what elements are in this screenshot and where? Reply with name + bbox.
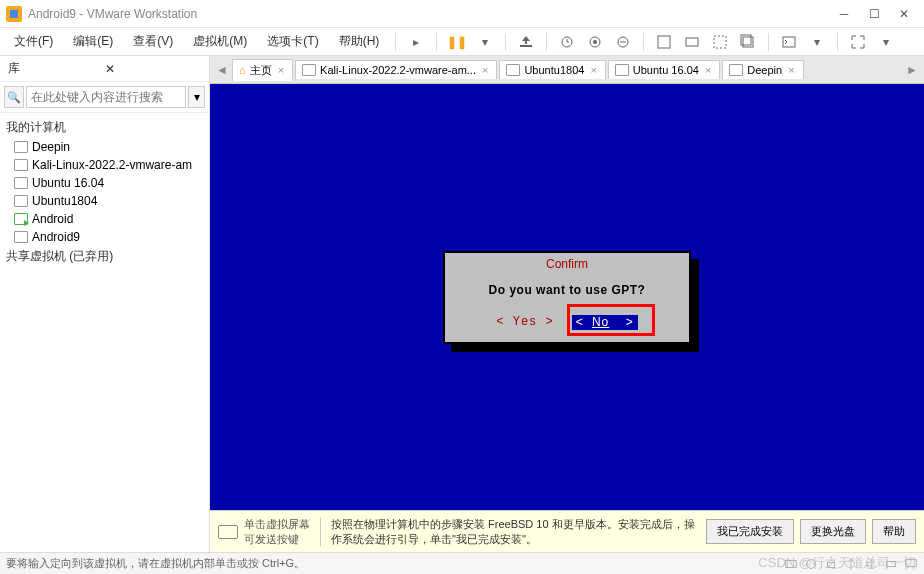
pause-button[interactable]: ❚❚	[445, 30, 469, 54]
install-hint-bar: 单击虚拟屏幕可发送按键 按照在物理计算机中的步骤安装 FreeBSD 10 和更…	[210, 510, 924, 552]
toolbar-separator	[643, 33, 644, 51]
snapshot-manage-icon[interactable]	[583, 30, 607, 54]
svg-rect-13	[828, 562, 835, 567]
tree-label: Android9	[32, 230, 80, 244]
tree-label: Ubuntu1804	[32, 194, 97, 208]
play-button[interactable]: ▸	[404, 30, 428, 54]
maximize-button[interactable]: ☐	[860, 4, 888, 24]
tree-label: Kali-Linux-2022.2-vmware-am	[32, 158, 192, 172]
tree-label: Deepin	[32, 140, 70, 154]
vm-icon	[14, 195, 28, 207]
svg-rect-7	[714, 36, 726, 48]
tab-home[interactable]: ⌂主页×	[232, 59, 293, 81]
tab-ubuntu1804[interactable]: Ubuntu1804×	[499, 60, 605, 79]
dropdown-console[interactable]: ▾	[805, 30, 829, 54]
tab-label: Deepin	[747, 64, 782, 76]
tab-close-button[interactable]: ×	[276, 64, 286, 76]
vm-icon	[615, 64, 629, 76]
tab-close-button[interactable]: ×	[786, 64, 796, 76]
search-icon[interactable]: 🔍	[4, 86, 24, 108]
tab-label: Ubuntu1804	[524, 64, 584, 76]
tabbar: ◄ ⌂主页× Kali-Linux-2022.2-vmware-am...× U…	[210, 56, 924, 84]
menu-vm[interactable]: 虚拟机(M)	[185, 29, 255, 54]
hint-main-text: 按照在物理计算机中的步骤安装 FreeBSD 10 和更早版本。安装完成后，操作…	[320, 517, 696, 546]
done-install-button[interactable]: 我已完成安装	[706, 519, 794, 544]
tab-label: 主页	[250, 63, 272, 78]
minimize-button[interactable]: ─	[830, 4, 858, 24]
toolbar-separator	[505, 33, 506, 51]
menu-file[interactable]: 文件(F)	[6, 29, 61, 54]
tab-ubuntu1604[interactable]: Ubuntu 16.04×	[608, 60, 721, 79]
confirm-dialog: Confirm Do you want to use GPT? < Yes > …	[443, 251, 691, 344]
svg-rect-6	[686, 38, 698, 46]
search-input[interactable]	[26, 86, 186, 108]
hint-click-prompt: 单击虚拟屏幕可发送按键	[218, 517, 310, 546]
tree-item-android[interactable]: Android	[2, 210, 207, 228]
tab-close-button[interactable]: ×	[703, 64, 713, 76]
menu-help[interactable]: 帮助(H)	[331, 29, 388, 54]
vm-icon	[14, 141, 28, 153]
tab-label: Ubuntu 16.04	[633, 64, 699, 76]
svg-point-12	[807, 559, 816, 568]
svg-rect-10	[783, 37, 795, 47]
view-unity-icon[interactable]	[736, 30, 760, 54]
view-thumb-icon[interactable]	[680, 30, 704, 54]
titlebar: Android9 - VMware Workstation ─ ☐ ✕	[0, 0, 924, 28]
tree-item-kali[interactable]: Kali-Linux-2022.2-vmware-am	[2, 156, 207, 174]
display-icon	[904, 557, 918, 571]
menu-tabs[interactable]: 选项卡(T)	[259, 29, 326, 54]
svg-point-3	[593, 40, 597, 44]
tabs-next-button[interactable]: ►	[904, 63, 920, 77]
tree-item-deepin[interactable]: Deepin	[2, 138, 207, 156]
toolbar-separator	[768, 33, 769, 51]
tree-item-ubuntu1804[interactable]: Ubuntu1804	[2, 192, 207, 210]
window-title: Android9 - VMware Workstation	[28, 7, 830, 21]
tabs-prev-button[interactable]: ◄	[214, 63, 230, 77]
tree-shared[interactable]: 共享虚拟机 (已弃用)	[2, 246, 207, 267]
statusbar: 要将输入定向到该虚拟机，请在虚拟机内部单击或按 Ctrl+G。	[0, 552, 924, 574]
fullscreen-icon[interactable]	[846, 30, 870, 54]
dropdown-button[interactable]: ▾	[473, 30, 497, 54]
hint-click-text: 单击虚拟屏幕可发送按键	[244, 517, 310, 546]
help-button[interactable]: 帮助	[872, 519, 916, 544]
search-dropdown-button[interactable]: ▾	[188, 86, 205, 108]
tab-close-button[interactable]: ×	[588, 64, 598, 76]
menu-view[interactable]: 查看(V)	[125, 29, 181, 54]
sidebar-close-button[interactable]: ✕	[101, 62, 202, 76]
printer-icon	[884, 557, 898, 571]
tree-item-android9[interactable]: Android9	[2, 228, 207, 246]
view-stretch-icon[interactable]	[708, 30, 732, 54]
usb-icon	[844, 557, 858, 571]
view-single-icon[interactable]	[652, 30, 676, 54]
tab-kali[interactable]: Kali-Linux-2022.2-vmware-am...×	[295, 60, 497, 79]
dropdown-fullscreen[interactable]: ▾	[874, 30, 898, 54]
svg-rect-0	[520, 45, 532, 47]
change-disc-button[interactable]: 更换光盘	[800, 519, 866, 544]
tree-root[interactable]: 我的计算机	[2, 117, 207, 138]
sidebar-header: 库 ✕	[0, 56, 209, 82]
snapshot-revert-icon[interactable]	[611, 30, 635, 54]
console-icon[interactable]	[777, 30, 801, 54]
window-controls: ─ ☐ ✕	[830, 4, 918, 24]
sound-icon	[864, 557, 878, 571]
menubar: 文件(F) 编辑(E) 查看(V) 虚拟机(M) 选项卡(T) 帮助(H) ▸ …	[0, 28, 924, 56]
close-button[interactable]: ✕	[890, 4, 918, 24]
dialog-yes-button[interactable]: < Yes >	[496, 315, 553, 330]
tab-deepin[interactable]: Deepin×	[722, 60, 803, 79]
upload-icon[interactable]	[514, 30, 538, 54]
menu-edit[interactable]: 编辑(E)	[65, 29, 121, 54]
status-text: 要将输入定向到该虚拟机，请在虚拟机内部单击或按 Ctrl+G。	[6, 556, 305, 571]
sidebar: 库 ✕ 🔍 ▾ 我的计算机 Deepin Kali-Linux-2022.2-v…	[0, 56, 210, 552]
tab-close-button[interactable]: ×	[480, 64, 490, 76]
vm-icon	[14, 159, 28, 171]
content-area: ◄ ⌂主页× Kali-Linux-2022.2-vmware-am...× U…	[210, 56, 924, 552]
toolbar-separator	[546, 33, 547, 51]
dialog-message: Do you want to use GPT?	[445, 275, 689, 301]
dialog-no-button[interactable]: < No >	[572, 315, 638, 330]
snapshot-icon[interactable]	[555, 30, 579, 54]
toolbar-separator	[395, 33, 396, 51]
vm-screen[interactable]: Confirm Do you want to use GPT? < Yes > …	[210, 84, 924, 510]
keyboard-icon	[218, 525, 238, 539]
vm-icon	[14, 213, 28, 225]
tree-item-ubuntu1604[interactable]: Ubuntu 16.04	[2, 174, 207, 192]
